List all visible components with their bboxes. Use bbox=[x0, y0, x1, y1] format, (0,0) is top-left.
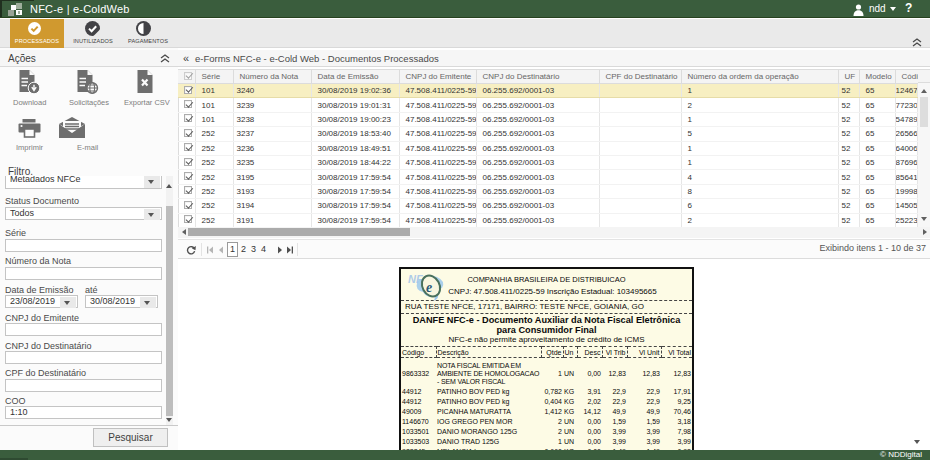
svg-text:e: e bbox=[426, 280, 432, 295]
